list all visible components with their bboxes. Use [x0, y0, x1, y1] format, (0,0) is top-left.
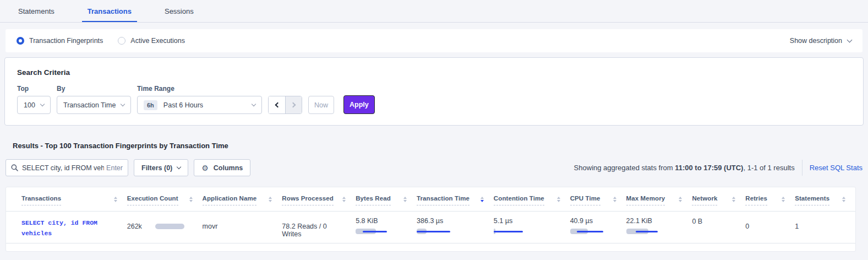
cell-transaction-time: 386.3 µs: [417, 212, 494, 243]
sort-arrows-icon[interactable]: [782, 197, 785, 202]
sort-arrows-icon[interactable]: [557, 197, 560, 202]
radio-option-label: Active Executions: [130, 37, 185, 45]
sort-arrows-icon[interactable]: [613, 197, 616, 202]
apply-button[interactable]: Apply: [343, 95, 375, 114]
show-description-toggle[interactable]: Show description: [790, 37, 851, 45]
sort-arrows-icon[interactable]: [481, 197, 484, 202]
column-header-retries[interactable]: Retries: [745, 195, 795, 211]
toolbar-divider: [802, 160, 803, 176]
column-header-label: Contention Time: [494, 195, 544, 205]
sort-arrows-icon[interactable]: [403, 197, 407, 202]
results-toolbar: Enter Filters (0) ⚙ Columns Showing aggr…: [6, 159, 862, 176]
cell-max-memory: 22.1 KiB: [626, 212, 692, 243]
column-header-cpu-time[interactable]: CPU Time: [570, 195, 626, 211]
column-header-contention-time[interactable]: Contention Time: [494, 195, 570, 211]
column-header-label: CPU Time: [570, 195, 600, 205]
tab-transactions[interactable]: Transactions: [82, 7, 137, 22]
stat-bar: [417, 229, 486, 234]
transactions-table: TransactionsExecution CountApplication N…: [6, 187, 856, 252]
chevron-down-icon: [40, 101, 45, 106]
cell-network: 0 B: [692, 212, 745, 243]
column-header-label: Rows Processed: [282, 195, 333, 205]
sort-arrows-icon[interactable]: [732, 197, 735, 202]
now-button[interactable]: Now: [308, 96, 334, 114]
radio-option-active-executions[interactable]: Active Executions: [118, 37, 185, 45]
sort-arrows-icon[interactable]: [342, 197, 346, 202]
top-select[interactable]: 100: [17, 96, 51, 114]
cell-contention-time: 5.1 µs: [494, 212, 570, 243]
chevron-down-icon: [252, 101, 256, 106]
column-header-label: Max Memory: [626, 195, 665, 205]
search-icon: [11, 164, 18, 171]
cell-transactions[interactable]: SELECT city, id FROMvehicles: [21, 212, 127, 243]
view-mode-radio-group: Transaction FingerprintsActive Execution…: [17, 37, 200, 45]
cell-statements: 1: [795, 212, 855, 243]
cell-retries: 0: [745, 212, 795, 243]
column-header-rows-processed[interactable]: Rows Processed: [282, 195, 356, 211]
stat-bar: [494, 229, 563, 234]
cell-rows-processed: 78.2 Reads / 0 Writes: [282, 212, 356, 243]
show-description-label: Show description: [790, 37, 842, 45]
aggregated-stats-text: Showing aggregated stats from 11:00 to 1…: [574, 164, 795, 172]
column-header-transaction-time[interactable]: Transaction Time: [417, 195, 494, 211]
sort-arrows-icon[interactable]: [189, 197, 193, 202]
column-header-label: Statements: [795, 195, 829, 205]
column-header-label: Retries: [745, 195, 767, 205]
next-time-window-button[interactable]: [285, 96, 302, 113]
columns-label: Columns: [214, 164, 243, 172]
column-header-transactions[interactable]: Transactions: [21, 195, 127, 211]
enter-hint: Enter: [106, 164, 123, 172]
chevron-left-icon: [275, 102, 281, 108]
view-toggle-strip: Transaction FingerprintsActive Execution…: [6, 29, 862, 52]
search-box: Enter: [6, 159, 128, 176]
by-select-value: Transaction Time: [63, 101, 116, 109]
column-header-statements[interactable]: Statements: [795, 195, 855, 211]
time-range-value: Past 6 Hours: [163, 101, 203, 109]
column-header-execution-count[interactable]: Execution Count: [127, 195, 203, 211]
search-criteria-title: Search Criteria: [17, 68, 851, 77]
tab-sessions[interactable]: Sessions: [159, 7, 199, 22]
time-range-label: Time Range: [137, 85, 262, 93]
column-header-label: Transactions: [21, 195, 61, 205]
stat-bar: [356, 229, 409, 234]
count-bar: [155, 224, 184, 229]
top-label: Top: [17, 85, 51, 93]
cell-bytes-read: 5.8 KiB: [356, 212, 417, 243]
radio-option-transaction-fingerprints[interactable]: Transaction Fingerprints: [17, 37, 103, 45]
filters-label: Filters (0): [141, 164, 172, 172]
results-heading: Results - Top 100 Transaction Fingerprin…: [13, 142, 868, 150]
time-window-arrows: [268, 96, 302, 114]
filters-button[interactable]: Filters (0): [134, 159, 188, 176]
previous-time-window-button[interactable]: [269, 96, 285, 113]
time-range-select[interactable]: 6h Past 6 Hours: [137, 96, 262, 114]
table-header-row: TransactionsExecution CountApplication N…: [6, 187, 855, 212]
search-criteria-card: Search Criteria Top 100 By Transaction T…: [4, 57, 864, 126]
sort-arrows-icon[interactable]: [114, 197, 117, 202]
stat-bar: [626, 229, 685, 234]
column-header-label: Application Name: [203, 195, 257, 205]
tab-statements[interactable]: Statements: [13, 7, 60, 22]
cell-execution-count: 262k: [127, 212, 203, 243]
columns-button[interactable]: ⚙ Columns: [194, 159, 250, 176]
sort-arrows-icon[interactable]: [269, 197, 272, 202]
by-select[interactable]: Transaction Time: [57, 96, 131, 114]
column-header-bytes-read[interactable]: Bytes Read: [356, 195, 417, 211]
column-header-max-memory[interactable]: Max Memory: [626, 195, 692, 211]
time-range-badge: 6h: [144, 100, 157, 110]
column-header-label: Network: [692, 195, 717, 205]
top-select-value: 100: [24, 101, 35, 109]
column-header-network[interactable]: Network: [692, 195, 745, 211]
chevron-down-icon: [177, 164, 181, 169]
column-header-application-name[interactable]: Application Name: [203, 195, 282, 211]
sort-arrows-icon[interactable]: [842, 197, 845, 202]
search-input[interactable]: [22, 164, 104, 172]
gear-icon: ⚙: [201, 164, 209, 172]
cell-cpu-time: 40.9 µs: [570, 212, 626, 243]
search-criteria-controls: Top 100 By Transaction Time Time Range 6…: [17, 85, 851, 114]
sort-arrows-icon[interactable]: [679, 197, 682, 202]
reset-sql-stats-link[interactable]: Reset SQL Stats: [810, 164, 862, 172]
chevron-down-icon: [847, 37, 853, 42]
column-header-label: Transaction Time: [417, 195, 470, 205]
radio-icon: [118, 37, 125, 45]
column-header-label: Execution Count: [127, 195, 178, 205]
